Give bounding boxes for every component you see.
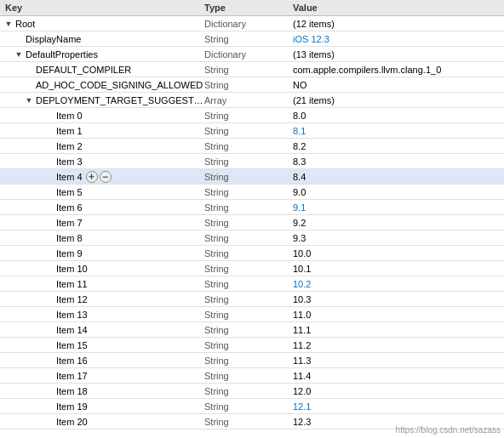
- key-text: Root: [15, 19, 35, 29]
- row-type-cell: String: [204, 278, 289, 290]
- table-row[interactable]: Item 7String9.2: [0, 215, 504, 230]
- key-text: Item 16: [56, 356, 88, 366]
- row-key-cell: DEFAULT_COMPILER: [0, 64, 204, 76]
- table-row[interactable]: ▼DEPLOYMENT_TARGET_SUGGESTE...Array(21 i…: [0, 93, 504, 108]
- key-text: AD_HOC_CODE_SIGNING_ALLOWED: [36, 80, 203, 90]
- remove-item-button[interactable]: −: [100, 171, 112, 183]
- table-row[interactable]: AD_HOC_CODE_SIGNING_ALLOWEDStringNO: [0, 77, 504, 93]
- table-row[interactable]: DEFAULT_COMPILERStringcom.apple.compiler…: [0, 62, 504, 77]
- no-expand-spacer: [44, 340, 54, 350]
- key-text: Item 10: [56, 264, 88, 274]
- no-expand-spacer: [44, 386, 54, 396]
- row-value-cell: 11.4: [289, 370, 504, 382]
- collapse-icon[interactable]: ▼: [14, 49, 24, 60]
- no-expand-spacer: [14, 34, 24, 44]
- table-row[interactable]: Item 6String9.1: [0, 200, 504, 215]
- table-row[interactable]: DisplayNameStringiOS 12.3: [0, 31, 504, 47]
- table-row[interactable]: Item 2String8.2: [0, 139, 504, 154]
- no-expand-spacer: [44, 141, 54, 151]
- row-value-cell: 9.1: [289, 202, 504, 213]
- no-expand-spacer: [24, 65, 34, 75]
- row-key-cell: Item 9: [0, 247, 204, 259]
- table-row[interactable]: Item 4+−String8.4: [0, 169, 504, 185]
- row-key-cell: Item 3: [0, 156, 204, 168]
- row-value-cell: (12 items): [289, 18, 504, 30]
- header-type: Type: [204, 3, 289, 13]
- no-expand-spacer: [44, 279, 54, 289]
- key-text: Item 8: [56, 233, 83, 243]
- row-value-cell: 12.0: [289, 385, 504, 397]
- row-value-cell: 11.3: [289, 355, 504, 367]
- row-key-cell: ▼DEPLOYMENT_TARGET_SUGGESTE...: [0, 94, 204, 106]
- key-text: Item 6: [56, 202, 83, 213]
- row-type-cell: String: [204, 125, 289, 137]
- table-row[interactable]: Item 9String10.0: [0, 246, 504, 261]
- no-expand-spacer: [44, 264, 54, 274]
- table-row[interactable]: Item 14String11.1: [0, 322, 504, 338]
- no-expand-spacer: [44, 187, 54, 197]
- row-value-cell: 10.3: [289, 293, 504, 305]
- table-row[interactable]: Item 18String12.0: [0, 384, 504, 399]
- key-text: Item 9: [56, 248, 83, 259]
- no-expand-spacer: [44, 233, 54, 243]
- row-type-cell: Dictionary: [204, 48, 289, 60]
- row-key-cell: Item 5: [0, 186, 204, 198]
- row-key-cell: Item 14: [0, 324, 204, 336]
- key-text: DisplayName: [26, 34, 81, 44]
- row-key-cell: Item 1: [0, 125, 204, 137]
- table-row[interactable]: ▼RootDictionary(12 items): [0, 16, 504, 31]
- no-expand-spacer: [44, 172, 54, 182]
- key-text: Item 13: [56, 310, 88, 320]
- table-row[interactable]: Item 19String12.1: [0, 399, 504, 414]
- add-item-button[interactable]: +: [86, 171, 98, 183]
- header-value: Value: [289, 3, 504, 13]
- table-header: Key Type Value: [0, 0, 504, 16]
- row-value-cell: 8.3: [289, 156, 504, 168]
- row-type-cell: String: [204, 186, 289, 198]
- table-row[interactable]: Item 16String11.3: [0, 353, 504, 368]
- row-type-cell: String: [204, 339, 289, 351]
- table-row[interactable]: Item 20String12.3: [0, 414, 504, 429]
- table-row[interactable]: Item 5String9.0: [0, 185, 504, 200]
- no-expand-spacer: [44, 356, 54, 366]
- table-row[interactable]: Item 3String8.3: [0, 154, 504, 169]
- no-expand-spacer: [44, 156, 54, 167]
- row-key-cell: Item 11: [0, 278, 204, 290]
- row-key-cell: ▼DefaultProperties: [0, 48, 204, 60]
- row-key-cell: Item 13: [0, 309, 204, 321]
- row-type-cell: String: [204, 110, 289, 122]
- table-row[interactable]: Item 13String11.0: [0, 307, 504, 322]
- row-type-cell: String: [204, 33, 289, 45]
- no-expand-spacer: [44, 417, 54, 427]
- key-text: Item 1: [56, 126, 83, 136]
- row-value-cell: 10.0: [289, 247, 504, 259]
- key-text: DEFAULT_COMPILER: [36, 65, 131, 75]
- row-key-cell: Item 17: [0, 370, 204, 382]
- key-text: Item 11: [56, 279, 88, 289]
- row-value-cell: 11.1: [289, 324, 504, 336]
- no-expand-spacer: [44, 401, 54, 412]
- row-type-cell: String: [204, 64, 289, 76]
- table-row[interactable]: Item 10String10.1: [0, 261, 504, 276]
- row-key-cell: DisplayName: [0, 33, 204, 45]
- table-row[interactable]: Item 11String10.2: [0, 276, 504, 292]
- key-text: Item 19: [56, 401, 88, 412]
- table-row[interactable]: Item 12String10.3: [0, 292, 504, 307]
- table-row[interactable]: ▼DefaultPropertiesDictionary(13 items): [0, 47, 504, 62]
- key-text: DefaultProperties: [26, 49, 98, 60]
- table-row[interactable]: Item 0String8.0: [0, 108, 504, 123]
- row-key-cell: Item 6: [0, 202, 204, 213]
- row-type-cell: String: [204, 202, 289, 213]
- table-row[interactable]: Item 17String11.4: [0, 368, 504, 384]
- table-row[interactable]: Item 8String9.3: [0, 230, 504, 246]
- row-value-cell: 11.0: [289, 309, 504, 321]
- collapse-icon[interactable]: ▼: [24, 95, 34, 105]
- table-row[interactable]: Item 15String11.2: [0, 338, 504, 353]
- collapse-icon[interactable]: ▼: [3, 19, 14, 29]
- table-row[interactable]: Item 1String8.1: [0, 123, 504, 139]
- key-text: DEPLOYMENT_TARGET_SUGGESTE...: [36, 95, 204, 105]
- row-value-cell: 9.0: [289, 186, 504, 198]
- no-expand-spacer: [44, 371, 54, 381]
- row-type-cell: String: [204, 156, 289, 168]
- no-expand-spacer: [44, 202, 54, 213]
